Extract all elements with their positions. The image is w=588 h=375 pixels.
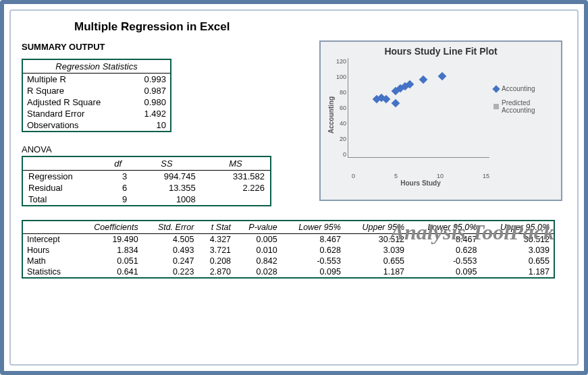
table-row: Multiple R0.993 (22, 74, 171, 86)
x-axis-label: Hours Study (287, 179, 554, 187)
table-row: Residual613.3552.226 (22, 182, 271, 194)
page-title: Multiple Regression in Excel (74, 20, 566, 34)
table-row: Observations10 (22, 119, 171, 132)
outer-frame: Multiple Regression in Excel SUMMARY OUT… (0, 0, 588, 375)
table-row: Hours1.8340.4933.7210.0100.6283.0390.628… (22, 245, 554, 256)
x-ticks: 0 5 10 15 (352, 173, 489, 179)
table-row: Standard Error1.492 (22, 108, 171, 119)
data-point (419, 75, 428, 84)
legend-item: Accounting (493, 85, 554, 92)
chart-title: Hours Study Line Fit Plot (327, 46, 554, 57)
table-row: Math0.0510.2470.2080.842-0.5530.655-0.55… (22, 256, 554, 266)
data-point (438, 72, 447, 81)
data-point (391, 99, 400, 108)
chart-panel: Hours Study Line Fit Plot Accounting 120… (319, 40, 562, 201)
analysis-toolpack-label: Analysis ToolPack (390, 220, 554, 245)
regression-statistics-table: Regression Statistics Multiple R0.993 R … (22, 59, 171, 132)
table-row: R Square0.987 (22, 85, 171, 96)
table-row: Statistics0.6410.2232.8700.0280.0951.187… (22, 266, 554, 278)
table-row: Regression3994.745331.582 (22, 171, 271, 183)
y-ticks: 120 100 80 60 40 20 0 (335, 58, 348, 158)
chart-legend: Accounting Predicted Accounting (493, 58, 554, 173)
table-row: Total91008 (22, 194, 271, 206)
reg-stats-header: Regression Statistics (22, 59, 171, 74)
diamond-icon (492, 85, 500, 92)
plot-area (348, 58, 489, 158)
square-icon (493, 104, 499, 109)
inner-frame: Multiple Regression in Excel SUMMARY OUT… (9, 9, 579, 366)
table-row: Adjusted R Square0.980 (22, 96, 171, 108)
legend-item: Predicted Accounting (493, 99, 554, 114)
anova-table: df SS MS Regression3994.745331.582 Resid… (22, 156, 271, 206)
y-axis-label: Accounting (327, 58, 335, 173)
